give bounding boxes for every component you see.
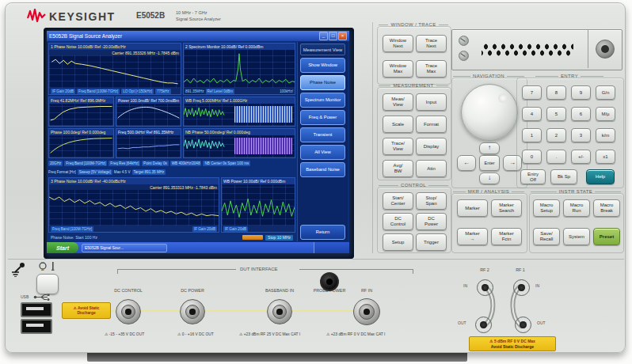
- measurement-settings-row: 20GHz Freq Band [100M-7GHz] Freq Res [64…: [48, 160, 295, 167]
- softkey-baseband-noise[interactable]: Baseband Noise: [300, 162, 345, 177]
- macro-break-button[interactable]: Macro Break: [593, 199, 620, 217]
- maximize-icon[interactable]: □: [329, 32, 337, 40]
- start-button[interactable]: Start: [47, 242, 78, 253]
- digit-4-button[interactable]: 4: [522, 107, 542, 121]
- format-button[interactable]: Format: [416, 116, 447, 133]
- rf-in-label: RF IN: [361, 288, 372, 293]
- digit-1-button[interactable]: 1: [522, 128, 542, 142]
- baseband-noise-plot: WB Power 10.00dB/ Ref 0.000dBm IF Gain 2…: [221, 177, 295, 233]
- plot-header: Freq 41.82MHz/ Ref 896.0MHz: [49, 97, 113, 104]
- setting-text: Max 4.5 V: [114, 170, 131, 174]
- setup-button[interactable]: Setup: [383, 233, 413, 251]
- preset-button[interactable]: Preset: [593, 228, 620, 245]
- softkey-show-window[interactable]: Show Window: [300, 58, 345, 73]
- trace-view-button[interactable]: Trace/ View: [383, 138, 413, 155]
- screen-title: E5052B Signal Source Analyzer: [49, 33, 122, 39]
- marker-to-button[interactable]: Marker →: [457, 228, 488, 245]
- instr-state-label: INSTR STATE: [531, 189, 621, 194]
- plot-grid: [184, 50, 295, 88]
- digit-9-button[interactable]: 9: [571, 85, 591, 100]
- digit-5-button[interactable]: 5: [546, 107, 566, 121]
- spectrum-monitor-plot: 2 Spectrum Monitor 10.00dB/ Ref 0.000dBm…: [183, 43, 295, 95]
- nav-up-button[interactable]: ↑: [479, 142, 500, 154]
- display-button[interactable]: Display: [416, 138, 447, 155]
- rotary-knob[interactable]: [461, 84, 518, 141]
- setting-chip: WB 400kHz/2048: [170, 161, 202, 166]
- plot-area: 1 Phase Noise 10.00dB/ Ref -20.00dBc/Hz …: [48, 43, 295, 241]
- carrier-readout: Carrier 891.353313 MHz -1.7843 dBm: [49, 184, 219, 190]
- plot-header: Freq 500.0kHz/ Ref 891.35MHz: [116, 129, 181, 135]
- setting-chip: NB Center 0s Span 100 ms: [203, 161, 250, 166]
- marker-search-button[interactable]: Marker Search: [491, 199, 522, 217]
- carrier-readout: Carrier 891.353326 MHz -1.7845 dBm: [49, 50, 181, 55]
- digit-7-button[interactable]: 7: [522, 85, 542, 100]
- mkr-analysis-label: MKR / ANALYSIS: [453, 189, 524, 194]
- macro-run-button[interactable]: Macro Run: [563, 199, 590, 217]
- system-button[interactable]: System: [563, 228, 590, 245]
- digit-0-button[interactable]: 0: [522, 150, 542, 164]
- power-button[interactable]: [36, 274, 59, 294]
- softkey-freq-power[interactable]: Freq & Power: [300, 110, 345, 125]
- phase-transient-mini-plot: Phase 100.0deg/ Ref 0.000deg: [48, 128, 114, 158]
- dut-yellow-line: [111, 310, 375, 312]
- trigger-button[interactable]: Trigger: [416, 233, 447, 251]
- meas-view-button[interactable]: Meas/ View: [383, 93, 413, 111]
- input-button[interactable]: Input: [416, 93, 447, 111]
- plot-footer-chip: Ref Level 0dBm: [206, 89, 235, 94]
- dut-bracket-right: [299, 269, 413, 270]
- module-screw: [459, 36, 469, 46]
- x1-button[interactable]: x1: [596, 150, 615, 164]
- unit-km-button[interactable]: k/m: [596, 128, 615, 142]
- start-center-button[interactable]: Start/ Center: [383, 192, 413, 210]
- softkey-spectrum-monitor[interactable]: Spectrum Monitor: [300, 93, 345, 108]
- nav-left-button[interactable]: ←: [457, 155, 476, 171]
- window-next-button[interactable]: Window Next: [383, 35, 413, 52]
- plus-minus-button[interactable]: +/-: [571, 150, 591, 164]
- softkey-return[interactable]: Return: [300, 225, 345, 240]
- nav-down-button[interactable]: ↓: [479, 173, 500, 184]
- dc-power-button[interactable]: DC Power: [416, 213, 447, 230]
- help-button[interactable]: Help: [586, 169, 615, 184]
- digit-6-button[interactable]: 6: [571, 107, 591, 121]
- backspace-button[interactable]: Bk Sp: [550, 169, 577, 184]
- avg-bw-button[interactable]: Avg/ BW: [383, 160, 413, 177]
- softkey-phase-noise[interactable]: Phase Noise: [300, 75, 345, 90]
- dense-trace-band: [234, 138, 292, 154]
- taskbar-item[interactable]: E5052B Signal Sour...: [82, 244, 167, 252]
- marker-fctn-button[interactable]: Marker Fctn: [491, 228, 522, 245]
- unit-mu-button[interactable]: M/µ: [596, 107, 615, 121]
- marker-button[interactable]: Marker: [457, 199, 488, 217]
- softkey-transient[interactable]: Transient: [300, 127, 345, 142]
- usb-label: USB: [21, 294, 29, 299]
- scale-button[interactable]: Scale: [383, 116, 413, 133]
- stop-span-button[interactable]: Stop/ Span: [416, 192, 447, 210]
- minimize-icon[interactable]: _: [319, 32, 328, 40]
- digit-2-button[interactable]: 2: [546, 128, 566, 142]
- rf1-in-label: IN: [535, 283, 539, 288]
- usb-port-bottom: [21, 319, 52, 334]
- window-max-button[interactable]: Window Max: [383, 60, 413, 78]
- plot-footer-chip: LO Opt [<150kHz]: [121, 89, 154, 94]
- attn-button[interactable]: Attn: [416, 160, 447, 177]
- dc-control-button[interactable]: DC Control: [383, 213, 413, 230]
- instrument-photo: KEYSIGHT E5052B 10 MHz - 7 GHz Signal So…: [0, 0, 632, 364]
- plot-footer-text: 891.35MHz: [185, 89, 204, 93]
- entry-off-button[interactable]: Entry Off: [520, 169, 546, 184]
- close-icon[interactable]: ×: [338, 32, 347, 40]
- unit-gn-button[interactable]: G/n: [596, 85, 615, 100]
- nav-enter-button[interactable]: Enter: [479, 155, 500, 171]
- macro-setup-button[interactable]: Macro Setup: [533, 199, 560, 217]
- decimal-point-button[interactable]: .: [546, 150, 566, 164]
- save-recall-button[interactable]: Save/ Recall: [533, 228, 560, 245]
- frequency-range: 10 MHz - 7 GHz: [176, 10, 207, 16]
- softkey-all-view[interactable]: All View: [300, 145, 345, 160]
- rf2-in-port: [477, 279, 493, 296]
- screen-titlebar: E5052B Signal Source Analyzer _ □ ×: [47, 31, 349, 41]
- trace-max-button[interactable]: Trace Max: [416, 60, 447, 78]
- trace-next-button[interactable]: Trace Next: [416, 35, 447, 52]
- rf-in-warning: ⚠ +23 dBm RF 0 V DC Max CAT I: [326, 332, 385, 336]
- digit-3-button[interactable]: 3: [571, 128, 591, 142]
- narrowband-transient-plot: NB Phase 50.00mdeg/ Ref 0.000deg: [183, 128, 295, 158]
- usb-icon: [33, 294, 51, 301]
- digit-8-button[interactable]: 8: [546, 85, 566, 100]
